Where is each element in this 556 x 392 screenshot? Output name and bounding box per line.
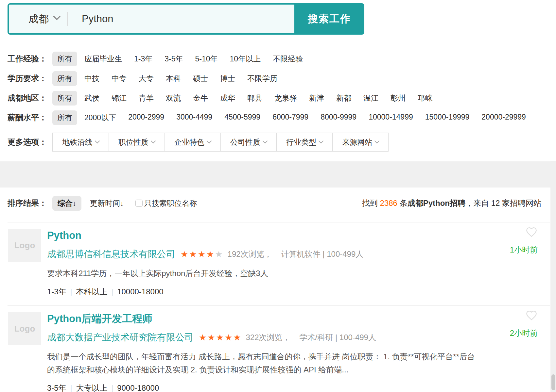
filter-option[interactable]: 中技	[84, 74, 99, 84]
view-count: 322次浏览，	[246, 332, 290, 343]
star-icon: ★	[216, 333, 225, 342]
filter-option[interactable]: 3-5年	[165, 54, 183, 64]
sort-row: 排序结果： 综合↓ 更新时间↓ 只搜索职位名称 找到 2386 条成都Pytho…	[8, 196, 541, 210]
more-filter-dropdown[interactable]: 行业类型	[276, 133, 332, 151]
job-card[interactable]: Logo Python后端开发工程师 成都大数据产业技术研究院有限公司 ★★★★…	[8, 305, 550, 392]
title-only-checkbox[interactable]	[135, 200, 143, 207]
sort-comprehensive-chip[interactable]: 综合↓	[52, 196, 81, 211]
result-suffix: ，来自 12 家招聘网站	[465, 199, 541, 207]
filter-option[interactable]: 郫县	[247, 93, 262, 103]
heart-icon	[525, 226, 538, 238]
dropdown-label: 地铁沿线	[62, 137, 93, 147]
filter-row: 成都地区： 所有 武侯锦江青羊双流金牛成华郫县龙泉驿新津新都温江彭州邛崃	[8, 91, 556, 105]
filter-option-selected[interactable]: 所有	[52, 52, 77, 66]
job-search-page: 成都 搜索工作 工作经验： 所有 应届毕业生1-3年3-5年5-10年10年以上…	[0, 0, 556, 392]
more-filter-dropdown[interactable]: 地铁沿线	[53, 133, 109, 151]
job-main: Python后端开发工程师 成都大数据产业技术研究院有限公司 ★★★★★ 322…	[47, 312, 476, 392]
job-side: 1小时前	[510, 226, 538, 255]
education-requirement: 本科以上	[76, 286, 107, 297]
filter-option[interactable]: 龙泉驿	[274, 93, 297, 103]
star-icon: ★	[189, 249, 198, 259]
filter-option[interactable]: 温江	[363, 93, 378, 103]
filter-option[interactable]: 不限学历	[247, 74, 277, 84]
favorite-button[interactable]	[525, 226, 538, 238]
filter-option-selected[interactable]: 所有	[52, 110, 77, 125]
favorite-button[interactable]	[525, 309, 538, 321]
filter-rows: 工作经验： 所有 应届毕业生1-3年3-5年5-10年10年以上不限经验 学历要…	[8, 52, 556, 125]
filter-row: 学历要求： 所有 中技中专大专本科硕士博士不限学历	[8, 71, 556, 86]
filter-option[interactable]: 10年以上	[230, 54, 261, 64]
filter-option[interactable]: 本科	[166, 74, 181, 84]
filter-option[interactable]: 6000-7999	[272, 113, 308, 123]
company-logo-placeholder: Logo	[8, 312, 41, 345]
company-logo-placeholder: Logo	[8, 229, 41, 262]
filter-option[interactable]: 应届毕业生	[84, 54, 122, 64]
filter-option[interactable]: 20000-29999	[481, 113, 526, 123]
filter-option[interactable]: 青羊	[139, 93, 154, 103]
filter-row: 工作经验： 所有 应届毕业生1-3年3-5年5-10年10年以上不限经验	[8, 52, 556, 66]
dropdown-label: 企业特色	[174, 137, 204, 147]
scrollbar-track[interactable]	[550, 161, 556, 392]
filter-option-selected[interactable]: 所有	[52, 91, 77, 106]
result-count: 2386	[380, 199, 397, 207]
title-only-filter[interactable]: 只搜索职位名称	[135, 198, 197, 208]
more-options-row: 更多选项： 地铁沿线 职位性质 企业特色 公司性质 行业类型 来源网站	[8, 133, 556, 152]
filter-option[interactable]: 2000以下	[84, 113, 116, 123]
star-icon: ★	[225, 333, 233, 342]
filter-option[interactable]: 中专	[112, 74, 127, 84]
filter-option[interactable]: 彭州	[391, 93, 406, 103]
filter-option[interactable]: 成华	[220, 93, 235, 103]
filter-option[interactable]: 硕士	[193, 74, 208, 84]
meta-separator: |	[70, 384, 72, 392]
job-card[interactable]: Logo Python 成都思博信科信息技术有限公司 ★★★★★ 192次浏览，…	[8, 222, 550, 305]
filter-label: 工作经验：	[8, 54, 52, 64]
filter-option[interactable]: 双流	[166, 93, 181, 103]
filter-option[interactable]: 不限经验	[273, 54, 303, 64]
job-title-link[interactable]: Python后端开发工程师	[47, 313, 152, 325]
section-divider-band	[0, 161, 556, 188]
job-meta: 1-3年 | 本科以上 | 10000-18000	[47, 286, 476, 297]
filter-option[interactable]: 新都	[336, 93, 351, 103]
scrollbar-thumb[interactable]	[551, 374, 555, 390]
filter-option[interactable]: 5-10年	[195, 54, 218, 64]
search-button[interactable]: 搜索工作	[294, 3, 364, 35]
filter-option[interactable]: 3000-4499	[176, 113, 212, 123]
chevron-down-icon	[53, 12, 61, 20]
filter-option[interactable]: 10000-14999	[369, 113, 413, 123]
filter-option[interactable]: 4500-5999	[224, 113, 260, 123]
filter-option[interactable]: 1-3年	[134, 54, 152, 64]
filter-option-selected[interactable]: 所有	[52, 71, 77, 86]
more-filter-dropdown[interactable]: 企业特色	[165, 133, 220, 151]
filter-option[interactable]: 武侯	[84, 93, 99, 103]
company-row: 成都思博信科信息技术有限公司 ★★★★★ 192次浏览， 计算机软件 | 100…	[47, 249, 476, 260]
job-title-link[interactable]: Python	[47, 230, 81, 241]
filter-options: 武侯锦江青羊双流金牛成华郫县龙泉驿新津新都温江彭州邛崃	[84, 93, 433, 103]
filter-option[interactable]: 大专	[139, 74, 154, 84]
sort-by-time-button[interactable]: 更新时间↓	[90, 198, 124, 208]
filter-option[interactable]: 15000-19999	[425, 113, 470, 123]
job-side: 2小时前	[510, 309, 538, 338]
filter-option[interactable]: 新津	[309, 93, 324, 103]
filter-option[interactable]: 8000-9999	[321, 113, 356, 123]
filter-option[interactable]: 邛崃	[418, 93, 433, 103]
filter-label: 成都地区：	[8, 93, 52, 103]
filter-option[interactable]: 锦江	[112, 93, 127, 103]
star-icon: ★	[215, 249, 223, 259]
sort-label: 排序结果：	[8, 198, 52, 208]
city-select[interactable]: 成都	[9, 12, 67, 26]
chevron-down-icon	[95, 139, 100, 144]
company-row: 成都大数据产业技术研究院有限公司 ★★★★★ 322次浏览， 学术/科研 | 1…	[47, 332, 476, 343]
more-filter-dropdown[interactable]: 来源网站	[332, 133, 388, 151]
filter-option[interactable]: 2000-2999	[128, 113, 164, 123]
logo-placeholder-text: Logo	[14, 240, 35, 251]
more-filter-dropdown[interactable]: 职位性质	[109, 133, 165, 151]
filter-option[interactable]: 博士	[220, 74, 235, 84]
job-description: 我们是一个成长型的团队，年轻而富有活力 成长路上，愿有志同道合的你，携手并进 岗…	[47, 350, 476, 376]
filter-options: 应届毕业生1-3年3-5年5-10年10年以上不限经验	[84, 54, 303, 64]
filter-option[interactable]: 金牛	[193, 93, 208, 103]
company-link[interactable]: 成都大数据产业技术研究院有限公司	[47, 331, 194, 344]
more-filter-dropdown[interactable]: 公司性质	[220, 133, 276, 151]
sort-arrow-icon: ↓	[120, 199, 124, 207]
salary-range: 9000-18000	[117, 384, 159, 392]
company-link[interactable]: 成都思博信科信息技术有限公司	[47, 248, 175, 260]
